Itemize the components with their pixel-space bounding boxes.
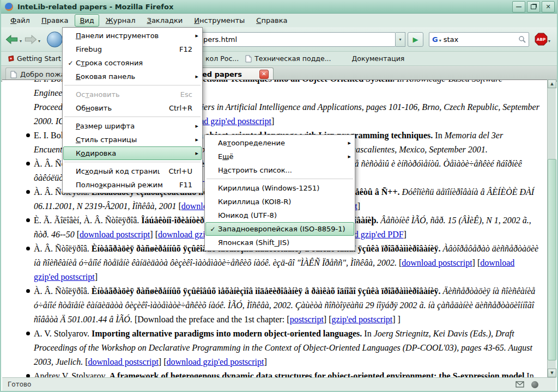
bullet-icon [26, 162, 30, 166]
encoding-menu-item-western-iso-8859-1[interactable]: ✓Западноевропейская (ISO-8859-1) [205, 222, 354, 236]
menubar-item-history[interactable]: Журнал [101, 14, 141, 27]
search-box[interactable]: G ▾ [429, 32, 529, 47]
encoding-menu-item-unicode-utf8[interactable]: Юникод (UTF-8) [205, 209, 354, 222]
minimize-button[interactable]: — [512, 1, 525, 13]
view-menu-item-encoding[interactable]: Кодировка▶ [63, 146, 202, 160]
view-menu-item-text-size[interactable]: Размер шрифта▶ [63, 119, 202, 133]
menu-item-label: Кириллица (Windows-1251) [218, 184, 345, 192]
mail-icon[interactable] [515, 381, 524, 388]
view-menu-separator [63, 115, 202, 119]
download-link[interactable]: download gzip'ed postscript [167, 357, 264, 366]
menu-item-label: Юникод (UTF-8) [218, 211, 345, 219]
menu-item-label: Стиль страницы [76, 136, 192, 144]
vertical-scrollbar[interactable]: ▲ ▼ [547, 79, 556, 377]
text-run: ] [ [472, 258, 481, 267]
checkmark-icon: ✓ [208, 225, 218, 233]
menu-item-label: Кириллица (KOI8-R) [218, 198, 345, 206]
title-bar: InteLib-related papers - Mozilla Firefox… [1, 0, 557, 14]
menu-item-label: Настроить список... [218, 166, 345, 174]
scroll-down-icon[interactable]: ▼ [548, 369, 556, 377]
text-run: Andrey V. Stolyarov. [34, 371, 109, 377]
firefox-logo-icon [4, 2, 14, 11]
bibliography-entry: Andrey V. Stolyarov. A framework of hete… [34, 369, 540, 377]
view-menu-item-page-style[interactable]: Стиль страницы▶ [63, 133, 202, 146]
encoding-menu-item-auto-detect[interactable]: Автоопределение▶ [205, 136, 354, 150]
bookmark-getting-started[interactable]: Getting Start [4, 53, 64, 64]
download-link[interactable]: gzip'ed postscript [332, 315, 393, 324]
bookmark-label: Техническая подде... [254, 54, 331, 63]
menubar-item-tools[interactable]: Инструменты [189, 14, 250, 27]
menubar-item-bookmarks[interactable]: Закладки [142, 14, 188, 27]
download-link[interactable]: download postscript [88, 357, 159, 366]
menubar-item-help[interactable]: Справка [251, 14, 292, 27]
checkmark-icon: ✓ [65, 59, 76, 67]
status-bar: Готово [2, 377, 556, 391]
text-run: ] [271, 117, 274, 126]
encoding-menu-item-cyrillic-windows-1251[interactable]: Кириллица (Windows-1251) [205, 181, 354, 195]
menu-item-label: Панели инструментов [76, 32, 192, 40]
getting-started-icon [8, 55, 14, 62]
text-run: ] [ [324, 315, 332, 324]
bookmark-label: кол Рос... [205, 54, 239, 63]
restore-button[interactable] [527, 1, 540, 13]
text-run: ] ] [392, 315, 401, 324]
bullet-icon [26, 133, 30, 137]
menubar-item-file[interactable]: Файл [5, 14, 35, 27]
reload-button[interactable] [47, 32, 63, 47]
bookmark-protokol[interactable]: кол Рос... [202, 53, 242, 64]
back-dropdown-icon[interactable]: ▾ [20, 39, 22, 44]
menu-item-label: Кодировка [76, 149, 192, 157]
text-run: [ [397, 258, 402, 267]
page-icon [10, 71, 17, 78]
view-menu-item-toolbars[interactable]: Панели инструментов▶ [63, 29, 202, 42]
scroll-up-icon[interactable]: ▲ [548, 79, 556, 88]
go-button[interactable]: ▶ [408, 32, 423, 47]
encoding-menu-item-more[interactable]: Ещё▶ [205, 150, 354, 163]
encoding-menu-item-cyrillic-koi8r[interactable]: Кириллица (KOI8-R) [205, 195, 354, 209]
view-menu-item-reload[interactable]: ОбновитьCtrl+R [63, 101, 202, 115]
back-button[interactable] [5, 35, 19, 44]
search-engine-dropdown-icon[interactable]: ▾ [439, 38, 441, 43]
scrollbar-thumb[interactable] [548, 159, 556, 360]
search-input[interactable] [442, 35, 515, 44]
adblock-dropdown-icon[interactable]: ▾ [548, 39, 550, 44]
search-engine-icon[interactable]: G [429, 35, 439, 44]
tab-intelib-papers[interactable]: ed papers ✕ [197, 68, 274, 81]
url-history-dropdown[interactable]: ▾ [396, 32, 405, 47]
forward-button[interactable] [24, 35, 37, 44]
text-run: [ [176, 201, 181, 211]
view-menu-item-fullscreen[interactable]: Полноэкранный режимF11 [63, 178, 202, 192]
text-run: In [395, 79, 406, 83]
encoding-menu-item-japanese-shift-jis[interactable]: Японская (Shift_JIS) [205, 236, 354, 249]
menu-item-label: Автоопределение [218, 139, 345, 147]
search-icon[interactable] [518, 35, 526, 43]
close-button[interactable]: ✕ [542, 1, 555, 13]
text-run: [ [75, 230, 80, 239]
bookmark-documentation[interactable]: Документация [349, 53, 408, 64]
text-run: In [362, 329, 373, 338]
bookmark-tech-support[interactable]: Техническая подде... [242, 53, 334, 64]
text-run: ] [ [159, 357, 167, 366]
download-link[interactable]: download postscript [402, 258, 472, 267]
view-menu-item-status-bar[interactable]: ✓Строка состояния [63, 56, 202, 70]
browser-window: InteLib-related papers - Mozilla Firefox… [0, 0, 558, 392]
menu-item-label: Строка состояния [76, 59, 192, 67]
text-run: À. Â. Ñòîëÿðîâ. [34, 286, 92, 296]
page-icon [245, 55, 252, 63]
menubar-item-view[interactable]: Вид [75, 14, 99, 27]
adblock-button[interactable]: ABP ▾ [535, 33, 553, 46]
view-menu-item-sidebar[interactable]: Боковая панель▶ [63, 70, 202, 83]
download-link[interactable]: download postscript [80, 230, 150, 239]
encoding-menu-item-customize[interactable]: Настроить список... [205, 163, 354, 177]
view-menu-item-firebug[interactable]: FirebugF12 [63, 42, 202, 56]
menu-bar: ФайлПравкаВидЖурналЗакладкиИнструментыСп… [1, 14, 557, 27]
adblock-status-icon[interactable] [531, 381, 538, 388]
text-run: [Download the preface and the 1st chapte… [132, 315, 290, 324]
forward-dropdown-icon[interactable]: ▾ [38, 39, 40, 44]
tab-close-icon[interactable]: ✕ [259, 70, 269, 79]
menubar-item-edit[interactable]: Правка [37, 14, 73, 27]
view-menu-item-page-source[interactable]: Исходный код страницыCtrl+U [63, 164, 202, 178]
bullet-icon [26, 247, 30, 250]
forward-arrow-icon [24, 35, 37, 44]
download-link[interactable]: postscript [290, 315, 324, 324]
